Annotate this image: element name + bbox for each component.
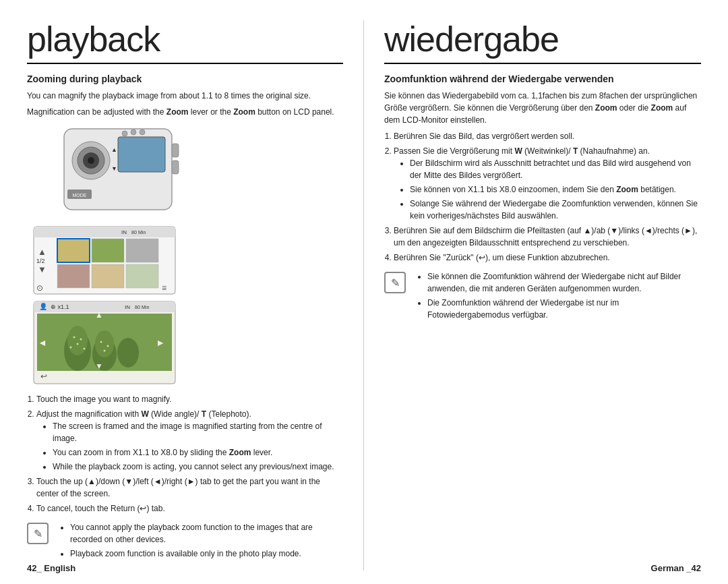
left-column: playback Zooming during playback You can…: [27, 20, 364, 571]
svg-point-7: [131, 129, 136, 135]
svg-point-48: [70, 347, 72, 349]
right-column: wiedergabe Zoomfunktion während der Wied…: [364, 20, 701, 571]
left-step-2: Adjust the magnification with W (Wide an…: [36, 408, 343, 473]
svg-text:Min: Min: [138, 230, 146, 235]
svg-rect-20: [57, 239, 90, 262]
left-note-list: You cannot apply the playback zoom funct…: [70, 521, 343, 562]
page-footer: 42_ English German _42: [0, 563, 728, 573]
right-note-list: Sie können die Zoomfunktion während der …: [427, 270, 701, 323]
svg-text:⊙: ⊙: [36, 283, 43, 293]
note-icon-left: ✎: [27, 523, 49, 544]
right-step-1: Berühren Sie das Bild, das vergrößert we…: [394, 130, 701, 142]
svg-rect-22: [126, 239, 158, 262]
right-page-title: wiedergabe: [384, 20, 701, 64]
svg-text:►: ►: [156, 337, 165, 348]
svg-text:◄: ◄: [38, 337, 47, 348]
right-section-heading: Zoomfunktion während der Wiedergabe verw…: [384, 74, 701, 84]
svg-rect-25: [126, 264, 158, 288]
svg-text:80: 80: [135, 305, 140, 310]
svg-text:👤: 👤: [39, 302, 48, 311]
note-icon-right: ✎: [384, 272, 406, 293]
left-step-4: To cancel, touch the Return (↩) tab.: [36, 502, 343, 515]
svg-text:80: 80: [131, 230, 137, 235]
svg-point-4: [88, 157, 94, 164]
svg-text:Min: Min: [142, 305, 149, 310]
right-steps-list: Berühren Sie das Bild, das vergrößert we…: [394, 130, 701, 264]
svg-point-43: [95, 330, 114, 357]
svg-text:MODE: MODE: [73, 193, 87, 198]
svg-text:1/2: 1/2: [36, 258, 45, 264]
left-bullet-2: You can zoom in from X1.1 to X8.0 by sli…: [53, 446, 343, 459]
thumbnail-grid-diagram: IN 80 Min ▲ ▼: [27, 225, 182, 296]
svg-point-50: [100, 341, 102, 343]
right-step-4: Berühren Sie "Zurück" (↩), um diese Funk…: [394, 252, 701, 264]
svg-point-51: [107, 345, 109, 347]
right-step-2: Passen Sie die Vergrößerung mit W (Weitw…: [394, 145, 701, 222]
svg-point-44: [117, 338, 139, 368]
left-steps-list: Touch the image you want to magnify. Adj…: [36, 393, 343, 515]
camera-diagrams: MODE ▲ ▼ IN 80: [27, 123, 343, 388]
left-intro-2: Magnification can be adjusted with the Z…: [27, 106, 343, 118]
right-note-2: Die Zoomfunktion während der Wiedergabe …: [427, 297, 701, 321]
svg-text:▲: ▲: [38, 247, 47, 257]
svg-rect-16: [34, 227, 175, 237]
right-bullet-2: Sie können von X1.1 bis X8.0 einzoomen, …: [410, 183, 701, 196]
left-bullet-3: While the playback zoom is acting, you c…: [53, 461, 343, 473]
svg-text:▲: ▲: [111, 146, 117, 153]
left-note-2: Playback zoom function is available only…: [70, 548, 343, 560]
svg-text:▼: ▼: [95, 361, 103, 371]
svg-text:▲: ▲: [95, 310, 103, 320]
svg-text:↩: ↩: [40, 372, 47, 381]
right-intro: Sie können das Wiedergabebild vom ca. 1,…: [384, 90, 701, 126]
right-step-3: Berühren Sie auf dem Bildschirm die Pfei…: [394, 225, 701, 249]
svg-point-45: [73, 337, 75, 339]
footer-right: German _42: [651, 563, 701, 573]
svg-rect-11: [172, 144, 179, 157]
left-step-1: Touch the image you want to magnify.: [36, 393, 343, 405]
left-section-heading: Zooming during playback: [27, 74, 343, 84]
left-intro-1: You can magnify the playback image from …: [27, 90, 343, 102]
svg-point-8: [140, 129, 145, 135]
footer-left: 42_ English: [27, 563, 75, 573]
left-page-title: playback: [27, 20, 343, 64]
right-note-1: Sie können die Zoomfunktion während der …: [427, 270, 701, 295]
svg-text:⊕ x1.1: ⊕ x1.1: [51, 303, 69, 310]
svg-rect-12: [172, 160, 179, 174]
svg-point-41: [67, 326, 88, 355]
svg-point-46: [80, 339, 82, 341]
left-step-3: Touch the up (▲)/down (▼)/left (◄)/right…: [36, 475, 343, 500]
svg-text:▼: ▼: [38, 264, 47, 274]
left-note-box: ✎ You cannot apply the playback zoom fun…: [27, 521, 343, 562]
svg-rect-23: [57, 264, 90, 288]
svg-rect-24: [92, 264, 124, 288]
right-bullet-3: Solange Sie während der Wiedergabe die Z…: [410, 198, 701, 222]
camera-device-diagram: MODE ▲ ▼: [27, 123, 182, 221]
right-bullet-1: Der Bildschirm wird als Ausschnitt betra…: [410, 157, 701, 181]
left-bullet-1: The screen is framed and the image is ma…: [53, 420, 343, 444]
right-note-box: ✎ Sie können die Zoomfunktion während de…: [384, 270, 701, 323]
svg-rect-5: [118, 137, 165, 172]
zoom-view-diagram: 👤 ⊕ x1.1 IN 80 Min: [27, 300, 182, 388]
svg-rect-21: [92, 239, 124, 262]
svg-point-52: [104, 350, 106, 352]
svg-point-6: [122, 131, 127, 136]
svg-text:▼: ▼: [111, 165, 117, 172]
svg-point-49: [84, 348, 86, 350]
left-note-1: You cannot apply the playback zoom funct…: [70, 521, 343, 546]
svg-point-47: [77, 343, 79, 345]
svg-text:≡: ≡: [162, 283, 166, 293]
svg-text:IN: IN: [125, 304, 130, 310]
svg-text:IN: IN: [121, 229, 127, 235]
